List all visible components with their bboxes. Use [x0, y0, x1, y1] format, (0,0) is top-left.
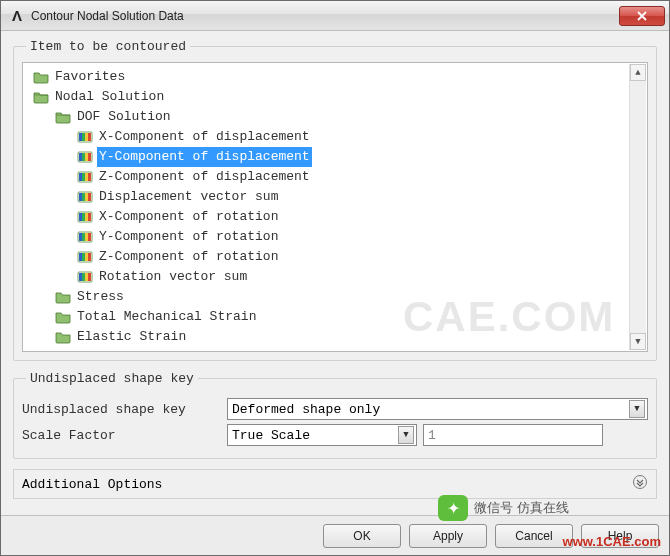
tree-item-nodal-solution[interactable]: Nodal Solution [29, 87, 647, 107]
tree-item-dof-solution[interactable]: DOF Solution [29, 107, 647, 127]
svg-rect-4 [88, 133, 91, 141]
svg-rect-6 [79, 153, 82, 161]
svg-rect-27 [82, 233, 85, 241]
tree-item-total-mech-strain[interactable]: Total Mechanical Strain [29, 307, 647, 327]
contour-leaf-icon [77, 209, 93, 225]
svg-rect-3 [85, 133, 88, 141]
tree-leaf[interactable]: Z-Component of rotation [29, 247, 647, 267]
additional-options-row[interactable]: Additional Options [13, 469, 657, 499]
tree-item-stress[interactable]: Stress [29, 287, 647, 307]
select-value: Deformed shape only [232, 402, 380, 417]
svg-rect-13 [85, 173, 88, 181]
svg-rect-19 [88, 193, 91, 201]
contour-leaf-icon [77, 189, 93, 205]
dialog-body: Item to be contoured CAE.COM FavoritesNo… [1, 31, 669, 515]
contour-leaf-icon [77, 229, 93, 245]
tree-leaf[interactable]: Z-Component of displacement [29, 167, 647, 187]
folder-icon [55, 329, 71, 345]
svg-rect-12 [82, 173, 85, 181]
close-button[interactable] [619, 6, 665, 26]
chevron-down-icon: ▼ [629, 400, 645, 418]
svg-rect-33 [85, 253, 88, 261]
svg-rect-38 [85, 273, 88, 281]
tree-container: CAE.COM FavoritesNodal SolutionDOF Solut… [22, 62, 648, 352]
svg-rect-16 [79, 193, 82, 201]
select-scale-factor[interactable]: True Scale ▼ [227, 424, 417, 446]
help-button[interactable]: Help [581, 524, 659, 548]
label-shape-key: Undisplaced shape key [22, 402, 227, 417]
svg-rect-23 [85, 213, 88, 221]
contour-leaf-icon [77, 269, 93, 285]
tree-scrollbar[interactable]: ▲ ▼ [629, 64, 646, 350]
group-legend: Undisplaced shape key [26, 371, 198, 386]
group-item-contoured: Item to be contoured CAE.COM FavoritesNo… [13, 39, 657, 361]
contour-leaf-icon [77, 149, 93, 165]
contour-leaf-icon [77, 169, 93, 185]
row-scale-factor: Scale Factor True Scale ▼ 1 [22, 424, 648, 446]
svg-rect-34 [88, 253, 91, 261]
label-scale-factor: Scale Factor [22, 428, 227, 443]
svg-rect-9 [88, 153, 91, 161]
svg-rect-17 [82, 193, 85, 201]
folder-open-icon [55, 109, 71, 125]
group-legend: Item to be contoured [26, 39, 190, 54]
select-value: True Scale [232, 428, 310, 443]
cancel-button[interactable]: Cancel [495, 524, 573, 548]
svg-rect-37 [82, 273, 85, 281]
svg-rect-14 [88, 173, 91, 181]
svg-rect-28 [85, 233, 88, 241]
contour-leaf-icon [77, 249, 93, 265]
tree-leaf[interactable]: X-Component of displacement [29, 127, 647, 147]
tree-leaf[interactable]: Y-Component of displacement [29, 147, 647, 167]
contour-leaf-icon [77, 129, 93, 145]
folder-icon [33, 69, 49, 85]
chevron-down-icon: ▼ [398, 426, 414, 444]
tree[interactable]: FavoritesNodal SolutionDOF SolutionX-Com… [23, 63, 647, 351]
tree-item-favorites[interactable]: Favorites [29, 67, 647, 87]
titlebar: Λ Contour Nodal Solution Data [1, 1, 669, 31]
tree-leaf[interactable]: X-Component of rotation [29, 207, 647, 227]
group-undisplaced-shape: Undisplaced shape key Undisplaced shape … [13, 371, 657, 459]
window-title: Contour Nodal Solution Data [31, 9, 619, 23]
svg-rect-24 [88, 213, 91, 221]
row-shape-key: Undisplaced shape key Deformed shape onl… [22, 398, 648, 420]
apply-button[interactable]: Apply [409, 524, 487, 548]
svg-rect-31 [79, 253, 82, 261]
folder-icon [55, 309, 71, 325]
button-bar: OK Apply Cancel Help ✦ 微信号 仿真在线 www.1CAE… [1, 515, 669, 555]
dialog-window: Λ Contour Nodal Solution Data Item to be… [0, 0, 670, 556]
svg-rect-22 [82, 213, 85, 221]
ok-button[interactable]: OK [323, 524, 401, 548]
tree-item-elastic-strain[interactable]: Elastic Strain [29, 327, 647, 347]
additional-options-label: Additional Options [22, 477, 162, 492]
scroll-down-button[interactable]: ▼ [630, 333, 646, 350]
input-scale-value[interactable]: 1 [423, 424, 603, 446]
tree-leaf[interactable]: Rotation vector sum [29, 267, 647, 287]
expand-down-icon [632, 474, 648, 494]
svg-rect-8 [85, 153, 88, 161]
svg-rect-11 [79, 173, 82, 181]
tree-leaf[interactable]: Displacement vector sum [29, 187, 647, 207]
svg-rect-36 [79, 273, 82, 281]
svg-rect-21 [79, 213, 82, 221]
svg-rect-32 [82, 253, 85, 261]
svg-rect-26 [79, 233, 82, 241]
folder-open-icon [33, 89, 49, 105]
scroll-track[interactable] [630, 81, 646, 333]
svg-rect-39 [88, 273, 91, 281]
svg-rect-29 [88, 233, 91, 241]
svg-rect-1 [79, 133, 82, 141]
scroll-up-button[interactable]: ▲ [630, 64, 646, 81]
svg-rect-2 [82, 133, 85, 141]
app-icon: Λ [9, 8, 25, 24]
folder-icon [55, 289, 71, 305]
select-shape-key[interactable]: Deformed shape only ▼ [227, 398, 648, 420]
close-icon [637, 11, 647, 21]
svg-rect-18 [85, 193, 88, 201]
tree-leaf[interactable]: Y-Component of rotation [29, 227, 647, 247]
svg-rect-7 [82, 153, 85, 161]
